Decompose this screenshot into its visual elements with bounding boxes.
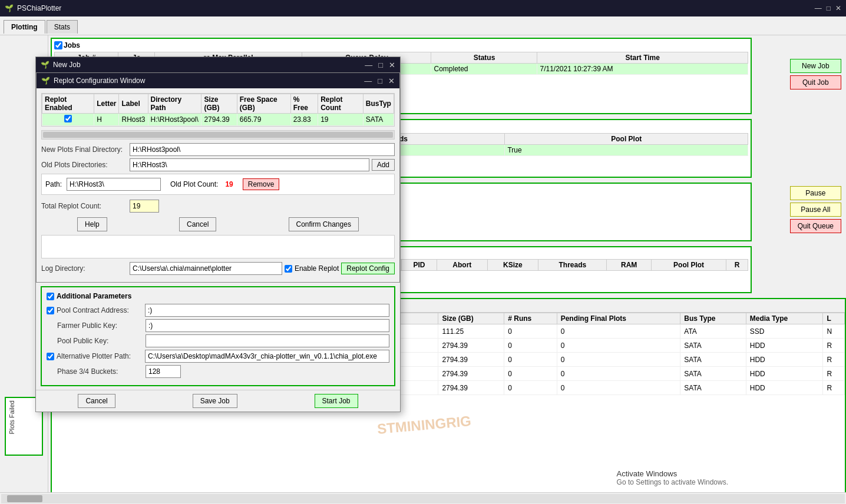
- drive-bus: SATA: [680, 367, 746, 381]
- drive-media: HDD: [746, 353, 823, 367]
- quit-queue-button[interactable]: Quit Queue: [790, 219, 841, 233]
- col-pending: Pending Final Plots: [557, 313, 680, 324]
- quit-job-button[interactable]: Quit Job: [790, 75, 841, 89]
- path-label: Path:: [45, 180, 62, 188]
- new-job-maximize[interactable]: □: [378, 61, 383, 69]
- drive-media: SSD: [746, 324, 823, 339]
- phase-buckets-row: Phase 3/4 Buckets:: [47, 365, 389, 378]
- drive-size: 2794.39: [438, 381, 504, 395]
- new-plots-dir-label: New Plots Final Directory:: [41, 145, 130, 154]
- additional-params-section: Additional Parameters Pool Contract Addr…: [41, 286, 395, 386]
- new-job-button[interactable]: New Job: [790, 59, 841, 73]
- col-replot-count: Replot Count: [318, 94, 363, 114]
- new-job-close[interactable]: ✕: [389, 61, 395, 69]
- old-plots-dir-input[interactable]: [130, 158, 369, 171]
- drive-runs: 0: [504, 367, 557, 381]
- start-job-button[interactable]: Start Job: [315, 394, 358, 408]
- job1-header: Jobs: [64, 41, 80, 49]
- alt-plotter-input[interactable]: [145, 350, 389, 363]
- col-size: Size (GB): [438, 313, 504, 324]
- job1-start-time: 7/11/2021 10:27:39 AM: [537, 64, 748, 75]
- add-dir-button[interactable]: Add: [372, 159, 395, 171]
- farmer-key-label: Farmer Public Key:: [57, 321, 146, 330]
- replot-dialog: 🌱 Replot Configuration Window — □ ✕ Repl…: [36, 72, 400, 283]
- new-job-title: New Job: [53, 61, 81, 69]
- pool-contract-row: Pool Contract Address:: [47, 304, 389, 317]
- app-title: PSChiaPlotter: [17, 4, 61, 12]
- pause-all-button[interactable]: Pause All: [790, 203, 841, 217]
- col-free-space: Free Space (GB): [237, 94, 290, 114]
- job1-status: Completed: [431, 64, 537, 75]
- drive-media: HDD: [746, 367, 823, 381]
- tab-bar: Plotting Stats: [0, 16, 846, 35]
- drive-runs: 0: [504, 324, 557, 339]
- drive-pending: 0: [557, 367, 680, 381]
- log-dir-label: Log Directory:: [41, 264, 130, 273]
- replot-bus: SATA: [363, 114, 394, 126]
- replot-config-button[interactable]: Replot Config: [341, 263, 395, 274]
- additional-params-checkbox[interactable]: [47, 293, 54, 300]
- help-button[interactable]: Help: [77, 217, 107, 231]
- replot-letter: H: [94, 114, 119, 126]
- enable-replot-checkbox[interactable]: [285, 265, 292, 273]
- col-media: Media Type: [746, 313, 823, 324]
- bottom-scrollbar[interactable]: [0, 492, 846, 504]
- drive-l: R: [823, 367, 845, 381]
- replot-free: 665.79: [237, 114, 290, 126]
- drive-l: R: [823, 339, 845, 353]
- new-plots-dir-row: New Plots Final Directory:: [41, 143, 395, 156]
- drive-pending: 0: [557, 339, 680, 353]
- drive-size: 2794.39: [438, 339, 504, 353]
- plots-failed-label: Plots Failed: [8, 400, 15, 434]
- new-job-cancel-button[interactable]: Cancel: [78, 394, 115, 408]
- maximize-button[interactable]: □: [827, 4, 831, 12]
- drive-runs: 0: [504, 381, 557, 395]
- pause-button[interactable]: Pause: [790, 186, 841, 200]
- col-replot-enabled: Replot Enabled: [42, 94, 94, 114]
- replot-minimize[interactable]: —: [364, 77, 372, 85]
- log-dir-input[interactable]: [130, 262, 282, 275]
- drive-bus: ATA: [680, 324, 746, 339]
- remove-button[interactable]: Remove: [243, 178, 280, 190]
- pool-contract-checkbox[interactable]: [47, 307, 54, 314]
- phase-buckets-input[interactable]: [146, 365, 181, 378]
- total-replot-row: Total Replot Count:: [41, 200, 395, 213]
- tab-plotting[interactable]: Plotting: [4, 20, 45, 34]
- col-pct-free: % Free: [290, 94, 318, 114]
- activate-windows: Activate Windows Go to Settings to activ…: [617, 469, 728, 486]
- drive-l: R: [823, 353, 845, 367]
- close-button[interactable]: ✕: [835, 4, 841, 12]
- tab-stats[interactable]: Stats: [47, 20, 78, 34]
- new-job-bottom-buttons: Cancel Save Job Start Job: [36, 390, 400, 412]
- new-job-minimize[interactable]: —: [365, 61, 372, 69]
- alt-plotter-label: Alternative Plotter Path:: [57, 352, 145, 360]
- drive-size: 2794.39: [438, 367, 504, 381]
- confirm-changes-button[interactable]: Confirm Changes: [289, 217, 359, 231]
- alt-plotter-checkbox[interactable]: [47, 353, 54, 360]
- pool-key-input[interactable]: [146, 334, 389, 347]
- replot-title: Replot Configuration Window: [54, 77, 145, 85]
- col-bus-type: BusTyp: [363, 94, 394, 114]
- total-replot-input[interactable]: [130, 200, 159, 213]
- new-plots-dir-input[interactable]: [130, 143, 395, 156]
- job1-checkbox[interactable]: [54, 41, 62, 49]
- save-job-button[interactable]: Save Job: [193, 394, 237, 408]
- pool-contract-input[interactable]: [145, 304, 389, 317]
- minimize-button[interactable]: —: [815, 4, 822, 12]
- activate-line2: Go to Settings to activate Windows.: [617, 478, 728, 486]
- replot-enabled-checkbox[interactable]: [64, 115, 72, 122]
- new-job-icon: 🌱: [41, 61, 49, 69]
- pool-contract-label: Pool Contract Address:: [57, 306, 145, 314]
- start-time-header: Start Time: [537, 52, 748, 64]
- farmer-key-input[interactable]: [146, 319, 389, 332]
- path-input[interactable]: [67, 178, 161, 191]
- old-plots-dir-label: Old Plots Directories:: [41, 161, 130, 169]
- replot-cancel-button[interactable]: Cancel: [179, 217, 216, 231]
- col-l: L: [823, 313, 845, 324]
- replot-maximize[interactable]: □: [378, 77, 382, 85]
- replot-config-table: Replot Enabled Letter Label Directory Pa…: [42, 94, 394, 126]
- replot-icon: 🌱: [41, 77, 50, 85]
- activate-line1: Activate Windows: [617, 469, 728, 478]
- replot-close[interactable]: ✕: [388, 77, 395, 85]
- farmer-key-row: Farmer Public Key:: [47, 319, 389, 332]
